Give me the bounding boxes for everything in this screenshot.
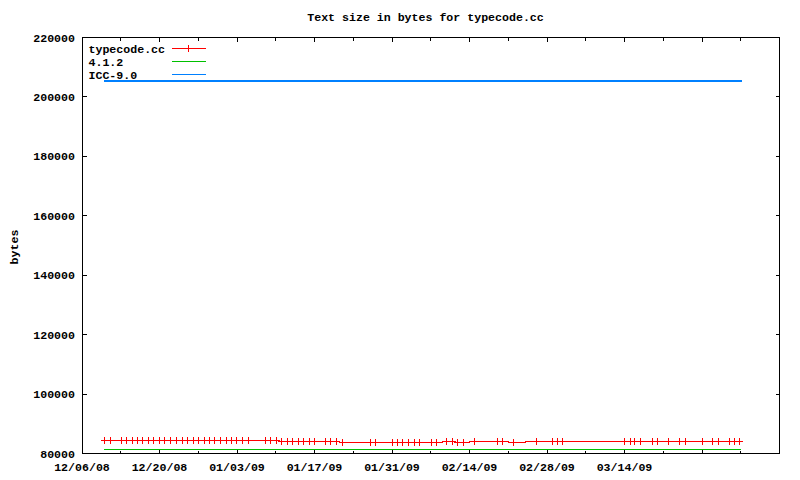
- svg-text:220000: 220000: [33, 32, 75, 45]
- svg-text:Text size in bytes for typecod: Text size in bytes for typecode.cc: [307, 11, 544, 24]
- svg-text:01/03/09: 01/03/09: [209, 461, 265, 474]
- svg-text:200000: 200000: [33, 91, 75, 104]
- svg-text:typecode.cc: typecode.cc: [89, 43, 166, 56]
- svg-text:02/28/09: 02/28/09: [519, 461, 575, 474]
- svg-text:4.1.2: 4.1.2: [89, 56, 124, 69]
- svg-text:12/20/08: 12/20/08: [132, 461, 188, 474]
- svg-text:100000: 100000: [33, 388, 75, 401]
- svg-text:bytes: bytes: [8, 230, 21, 265]
- svg-text:ICC-9.0: ICC-9.0: [89, 69, 138, 82]
- svg-text:12/06/08: 12/06/08: [54, 461, 110, 474]
- svg-text:160000: 160000: [33, 210, 75, 223]
- svg-text:02/14/09: 02/14/09: [442, 461, 498, 474]
- svg-text:80000: 80000: [40, 448, 75, 461]
- svg-text:03/14/09: 03/14/09: [597, 461, 653, 474]
- svg-text:01/17/09: 01/17/09: [287, 461, 343, 474]
- svg-text:120000: 120000: [33, 329, 75, 342]
- svg-text:140000: 140000: [33, 269, 75, 282]
- svg-text:01/31/09: 01/31/09: [364, 461, 420, 474]
- svg-text:180000: 180000: [33, 150, 75, 163]
